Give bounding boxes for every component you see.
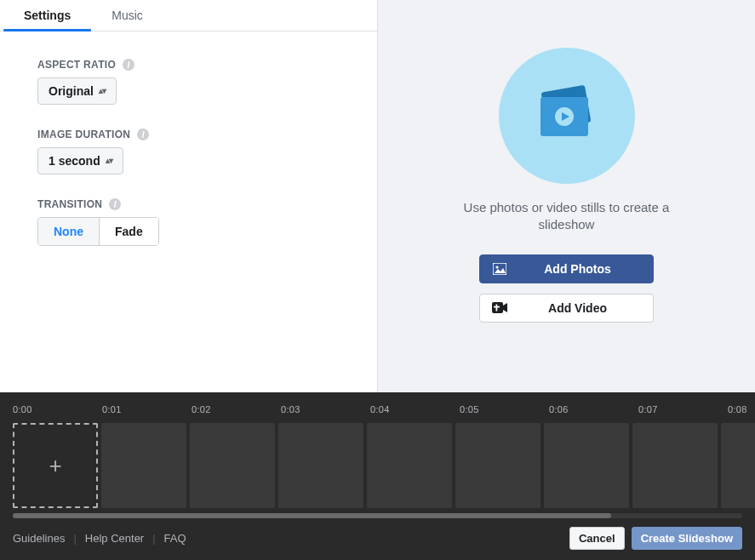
tabs: Settings Music: [0, 0, 377, 31]
transition-fade-button[interactable]: Fade: [99, 218, 158, 245]
video-icon: [492, 302, 507, 313]
time-tick: 0:01: [102, 404, 192, 414]
scrollbar-thumb[interactable]: [13, 513, 611, 518]
create-slideshow-button[interactable]: Create Slideshow: [632, 527, 742, 550]
field-aspect-ratio: ASPECT RATIO i Original ▴▾: [37, 59, 340, 105]
divider: |: [73, 532, 76, 545]
timeline-scrollbar[interactable]: [13, 513, 742, 518]
timeline-frame[interactable]: [544, 423, 629, 508]
slideshow-illustration: [499, 48, 635, 184]
preview-subtitle: Use photos or video stills to create a s…: [448, 199, 686, 234]
aspect-ratio-value: Original: [49, 84, 94, 98]
timeline-frame[interactable]: [190, 423, 275, 508]
time-ruler: 0:00 0:01 0:02 0:03 0:04 0:05 0:06 0:07 …: [0, 392, 755, 418]
chevron-updown-icon: ▴▾: [99, 87, 106, 95]
timeline: 0:00 0:01 0:02 0:03 0:04 0:05 0:06 0:07 …: [0, 392, 755, 560]
time-tick: 0:08: [728, 404, 747, 414]
time-tick: 0:06: [549, 404, 638, 414]
plus-icon: +: [49, 454, 61, 477]
divider: |: [152, 532, 155, 545]
time-tick: 0:00: [13, 404, 102, 414]
tab-music[interactable]: Music: [91, 0, 163, 31]
image-duration-select[interactable]: 1 second ▴▾: [37, 147, 123, 174]
help-center-link[interactable]: Help Center: [85, 532, 144, 545]
timeline-frame[interactable]: [367, 423, 452, 508]
info-icon[interactable]: i: [137, 129, 149, 140]
timeline-frame[interactable]: [632, 423, 718, 508]
image-duration-value: 1 second: [49, 154, 100, 168]
frame-strip: +: [0, 418, 755, 511]
svg-point-5: [495, 266, 498, 268]
time-tick: 0:03: [281, 404, 370, 414]
transition-none-button[interactable]: None: [38, 218, 99, 245]
svg-rect-9: [494, 306, 500, 308]
field-image-duration: IMAGE DURATION i 1 second ▴▾: [37, 129, 340, 174]
preview-panel: Use photos or video stills to create a s…: [378, 0, 755, 392]
time-tick: 0:02: [192, 404, 281, 414]
aspect-ratio-label: ASPECT RATIO: [37, 59, 116, 71]
aspect-ratio-select[interactable]: Original ▴▾: [37, 77, 117, 105]
settings-panel: Settings Music ASPECT RATIO i Original ▴…: [0, 0, 378, 392]
add-frame-button[interactable]: +: [13, 423, 98, 508]
guidelines-link[interactable]: Guidelines: [13, 532, 65, 545]
image-duration-label: IMAGE DURATION: [37, 129, 130, 140]
tab-settings[interactable]: Settings: [3, 0, 91, 31]
time-tick: 0:04: [370, 404, 460, 414]
timeline-frame[interactable]: [278, 423, 363, 508]
transition-segment: None Fade: [37, 217, 159, 246]
time-tick: 0:05: [460, 404, 549, 414]
photos-icon: [529, 82, 605, 150]
info-icon[interactable]: i: [123, 59, 134, 71]
add-photos-label: Add Photos: [514, 262, 641, 276]
cancel-button[interactable]: Cancel: [569, 527, 625, 550]
add-video-label: Add Video: [514, 301, 641, 315]
transition-label: TRANSITION: [37, 198, 102, 210]
chevron-updown-icon: ▴▾: [106, 157, 112, 165]
timeline-frame[interactable]: [721, 423, 755, 508]
timeline-frame[interactable]: [101, 423, 186, 508]
faq-link[interactable]: FAQ: [164, 532, 186, 545]
info-icon[interactable]: i: [109, 198, 121, 210]
time-tick: 0:07: [638, 404, 728, 414]
add-photos-button[interactable]: Add Photos: [479, 254, 654, 283]
svg-marker-7: [503, 303, 507, 312]
photo-icon: [492, 263, 507, 275]
footer-links: Guidelines | Help Center | FAQ: [13, 532, 186, 545]
add-video-button[interactable]: Add Video: [479, 294, 654, 323]
timeline-frame[interactable]: [455, 423, 541, 508]
field-transition: TRANSITION i None Fade: [37, 198, 340, 246]
